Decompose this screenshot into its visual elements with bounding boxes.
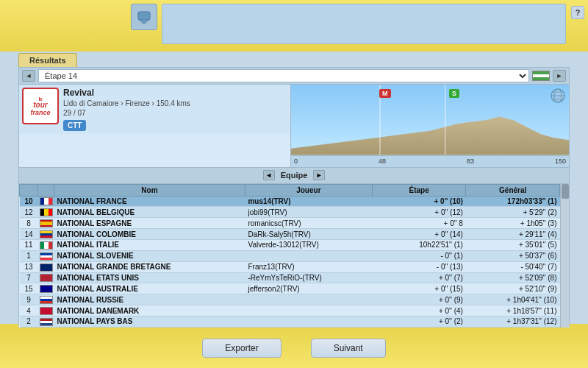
- row-player: DaRk-Saly5h(TRV): [245, 229, 372, 240]
- flag-img: [40, 252, 53, 261]
- row-pos: 10: [20, 196, 38, 207]
- flag-img: [40, 219, 53, 227]
- stage-details: Revival Lido di Camaiore › Firenze › 150…: [63, 88, 287, 131]
- globe-svg: [550, 88, 566, 104]
- row-pos: 8: [20, 218, 38, 229]
- help-button[interactable]: ?: [571, 6, 584, 19]
- ctt-badge: CTT: [63, 120, 86, 131]
- main-panel: Résultats ◄ Étape 14 ► le: [18, 53, 570, 328]
- export-button[interactable]: Exporter: [202, 339, 281, 358]
- row-flag: [38, 316, 54, 328]
- row-pos: 12: [20, 207, 38, 218]
- flag-img: [40, 241, 53, 250]
- row-general: + 1h18'57'' (11): [466, 305, 560, 316]
- header-panel: [162, 4, 566, 44]
- table-row: 7 NATIONAL ETATS UNIS -ReYmYsTeRiO-(TRV)…: [20, 272, 569, 283]
- row-team: NATIONAL COLOMBIE: [54, 229, 245, 240]
- row-team: NATIONAL AUSTRALIE: [54, 283, 245, 294]
- table-row: 12 NATIONAL BELGIQUE jobi99(TRV) + 0'' (…: [20, 207, 569, 218]
- row-player: mus14(TRV): [245, 196, 372, 207]
- table-row: 4 NATIONAL DANEMARK + 0'' (4) + 1h18'57'…: [20, 305, 569, 316]
- equipe-next-btn[interactable]: ►: [313, 170, 325, 180]
- equipe-prev-btn[interactable]: ◄: [263, 170, 275, 180]
- equipe-label: Equipe: [281, 171, 308, 180]
- scrollbar-thumb[interactable]: [562, 184, 569, 199]
- row-player: [245, 305, 372, 316]
- message-icon: [137, 10, 151, 24]
- row-player: Franz13(TRV): [245, 261, 372, 272]
- row-team: NATIONAL GRANDE BRETAGNE: [54, 261, 245, 272]
- row-player: jefferson2(TRV): [245, 283, 372, 294]
- row-general: + 50'37'' (6): [466, 250, 560, 261]
- row-flag: [38, 239, 54, 250]
- flag-img: [40, 263, 53, 272]
- scrollbar-v[interactable]: [560, 184, 569, 350]
- table-row: 8 NATIONAL ESPAGNE romanicsc(TRV) + 0'' …: [20, 218, 569, 229]
- row-team: NATIONAL ITALIE: [54, 239, 245, 250]
- svg-rect-0: [138, 12, 150, 20]
- row-flag: [38, 196, 54, 207]
- row-general: 172h03'33'' (1): [466, 196, 560, 207]
- row-team: NATIONAL PAYS BAS: [54, 316, 245, 328]
- row-pos: 11: [20, 239, 38, 250]
- stage-panel: ◄ Étape 14 ► le tour france: [18, 67, 570, 325]
- flag-img: [40, 296, 53, 304]
- row-stage: 10h22'51'' (1): [372, 239, 466, 250]
- row-flag: [38, 250, 54, 261]
- row-pos: 2: [20, 316, 38, 328]
- left-panel: le tour france Revival Lido di Camaiore …: [19, 85, 291, 167]
- profile-axis: 0 48 83 150: [291, 155, 569, 167]
- stage-date: 29 / 07: [63, 109, 287, 117]
- stage-next-btn[interactable]: ►: [553, 70, 566, 82]
- row-general: + 1h05'' (3): [466, 218, 560, 229]
- equipe-bar: ◄ Equipe ►: [19, 168, 569, 184]
- table-wrapper: Nom Joueur Étape Général 10 NATIONAL FRA…: [19, 184, 569, 350]
- row-player: romanicsc(TRV): [245, 218, 372, 229]
- flag-img: [40, 208, 53, 216]
- table-row: 10 NATIONAL FRANCE mus14(TRV) + 0'' (10)…: [20, 196, 569, 207]
- row-flag: [38, 272, 54, 283]
- row-stage: + 0'' (14): [372, 229, 466, 240]
- footer-bar: Exporter Suivant: [0, 328, 588, 368]
- row-player: [245, 250, 372, 261]
- row-stage: + 0'' 8: [372, 218, 466, 229]
- row-player: jobi99(TRV): [245, 207, 372, 218]
- row-flag: [38, 294, 54, 305]
- row-flag: [38, 218, 54, 229]
- col-general: Général: [466, 184, 560, 196]
- row-stage: - 0'' (13): [372, 261, 466, 272]
- flag-img: [40, 230, 53, 238]
- table-row: 14 NATIONAL COLOMBIE DaRk-Saly5h(TRV) + …: [20, 229, 569, 240]
- row-stage: - 0'' (1): [372, 250, 466, 261]
- tour-logo-main: tour: [33, 102, 47, 109]
- stage-prev-btn[interactable]: ◄: [22, 70, 35, 82]
- col-etape: Étape: [372, 184, 466, 196]
- col-flag: [38, 184, 54, 196]
- row-stage: + 0'' (7): [372, 272, 466, 283]
- row-pos: 4: [20, 305, 38, 316]
- row-flag: [38, 229, 54, 240]
- table-row: 15 NATIONAL AUSTRALIE jefferson2(TRV) + …: [20, 283, 569, 294]
- row-stage: + 0'' (12): [372, 207, 466, 218]
- row-flag: [38, 283, 54, 294]
- row-team: NATIONAL FRANCE: [54, 196, 245, 207]
- row-team: NATIONAL SLOVENIE: [54, 250, 245, 261]
- flag-img: [40, 307, 53, 315]
- row-general: + 1h37'31'' (12): [466, 316, 560, 328]
- stage-select[interactable]: Étape 14: [38, 69, 529, 82]
- elevation-svg: [291, 85, 569, 155]
- flag-img: [40, 285, 53, 293]
- row-player: Valverde-13012(TRV): [245, 239, 372, 250]
- marker-m: M: [379, 88, 391, 97]
- header-icon: [131, 4, 157, 30]
- stage-flag: [532, 71, 550, 81]
- next-button[interactable]: Suivant: [311, 339, 386, 358]
- content-row: le tour france Revival Lido di Camaiore …: [19, 85, 569, 167]
- row-team: NATIONAL DANEMARK: [54, 305, 245, 316]
- tab-resultats[interactable]: Résultats: [18, 53, 77, 67]
- flag-img: [40, 197, 53, 205]
- row-stage: + 0'' (2): [372, 316, 466, 328]
- stage-name: Revival: [63, 88, 287, 98]
- row-general: - 50'40'' (7): [466, 261, 560, 272]
- table-section: ◄ Equipe ► Nom Joueur Étape Général: [19, 167, 569, 350]
